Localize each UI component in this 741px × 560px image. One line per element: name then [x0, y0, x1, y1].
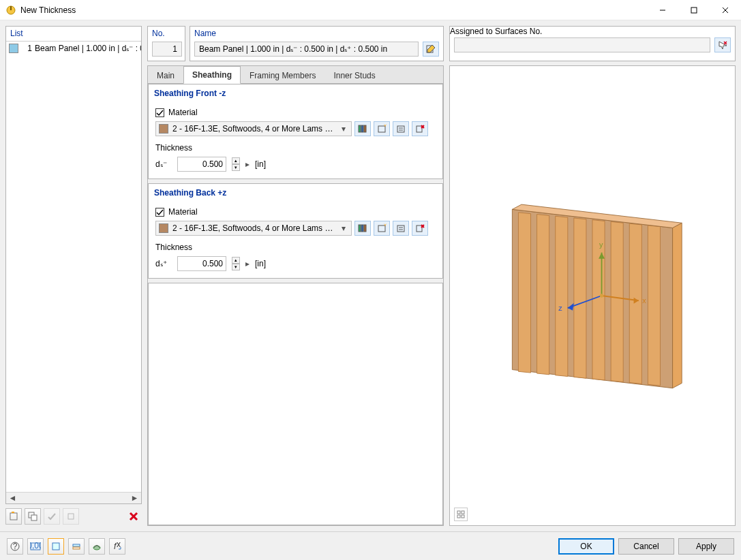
- front-material-library-button[interactable]: [354, 121, 371, 136]
- sheathing-back-title: Sheathing Back +z: [149, 184, 442, 200]
- front-material-edit-button[interactable]: [393, 121, 409, 136]
- front-material-delete-button[interactable]: [412, 121, 428, 136]
- move-item-button: [63, 508, 79, 525]
- svg-text:0,00: 0,00: [30, 542, 41, 550]
- function-button[interactable]: fx: [109, 538, 125, 555]
- svg-rect-15: [361, 125, 363, 132]
- svg-rect-9: [31, 515, 37, 520]
- new-item-button[interactable]: [5, 508, 22, 525]
- front-material-select[interactable]: 2 - 16F-1.3E, Softwoods, 4 or More Lams …: [155, 121, 352, 136]
- front-thickness-spinner[interactable]: ▴▾: [232, 157, 240, 171]
- front-thickness-input[interactable]: 0.500: [177, 157, 226, 172]
- svg-rect-27: [364, 225, 366, 232]
- step-up-icon[interactable]: ▸: [245, 159, 249, 169]
- svg-text:?: ?: [13, 542, 18, 551]
- assigned-input[interactable]: [454, 37, 710, 52]
- maximize-button[interactable]: [678, 0, 710, 20]
- preview-3d[interactable]: x y z: [449, 65, 736, 526]
- svg-rect-33: [417, 225, 422, 232]
- ok-button[interactable]: OK: [558, 538, 614, 555]
- svg-rect-64: [52, 543, 59, 550]
- svg-marker-44: [611, 221, 623, 382]
- left-panel: List 1 Beam Panel | 1.000 in | dₛ⁻ : 0.5…: [5, 26, 142, 526]
- back-material-library-button[interactable]: [354, 221, 371, 236]
- help-button[interactable]: ?: [7, 538, 23, 555]
- sheathing-front-title: Sheathing Front -z: [149, 84, 442, 101]
- front-material-checkbox[interactable]: [155, 108, 164, 117]
- name-input[interactable]: Beam Panel | 1.000 in | dₛ⁻ : 0.500 in |…: [194, 42, 419, 57]
- preview-options-button[interactable]: [454, 508, 468, 521]
- edit-name-button[interactable]: [423, 42, 439, 57]
- axis-y-label: y: [599, 240, 603, 249]
- front-thickness-label: Thickness: [155, 143, 436, 153]
- front-material-label: Material: [168, 108, 198, 117]
- sheathing-front-group: Sheathing Front -z Material 2 - 16F-1.3E…: [148, 84, 443, 179]
- svg-rect-57: [462, 511, 464, 514]
- view-button[interactable]: [48, 538, 64, 555]
- back-material-checkbox[interactable]: [155, 208, 164, 217]
- sheathing-back-group: Sheathing Back +z Material 2 - 16F-1.3E,…: [148, 183, 443, 279]
- list-item[interactable]: 1 Beam Panel | 1.000 in | dₛ⁻ : 0.50: [6, 42, 141, 55]
- number-group: No.: [147, 26, 185, 61]
- render-button[interactable]: [89, 538, 105, 555]
- copy-item-button[interactable]: [25, 508, 41, 525]
- svg-rect-26: [361, 225, 363, 232]
- svg-rect-28: [378, 225, 385, 232]
- svg-rect-65: [73, 544, 80, 546]
- assigned-group: Assigned to Surfaces No.: [449, 26, 736, 61]
- back-material-edit-button[interactable]: [393, 221, 409, 236]
- list-header: List: [6, 27, 141, 42]
- back-thickness-label: Thickness: [155, 243, 436, 252]
- svg-rect-66: [73, 547, 80, 549]
- titlebar: New Thickness: [0, 0, 741, 20]
- front-thickness-symbol: dₛ⁻: [155, 159, 172, 169]
- axis-z-label: z: [558, 304, 562, 312]
- layers-button[interactable]: [68, 538, 85, 555]
- tab-main[interactable]: Main: [148, 67, 183, 84]
- list-item-text: Beam Panel | 1.000 in | dₛ⁻ : 0.50: [35, 44, 141, 53]
- back-material-delete-button[interactable]: [412, 221, 428, 236]
- number-input[interactable]: [152, 42, 182, 57]
- tab-strip: Main Sheathing Framing Members Inner Stu…: [148, 66, 443, 84]
- scroll-left-icon[interactable]: ◄: [7, 494, 18, 503]
- back-thickness-spinner[interactable]: ▴▾: [232, 257, 240, 270]
- back-material-label: Material: [168, 207, 198, 217]
- chevron-down-icon: ▾: [339, 124, 348, 134]
- svg-rect-19: [397, 126, 404, 132]
- pick-surface-button[interactable]: [714, 37, 731, 52]
- minimize-button[interactable]: [647, 0, 678, 20]
- scroll-right-icon[interactable]: ►: [130, 494, 140, 503]
- empty-group: [148, 283, 443, 525]
- apply-button[interactable]: Apply: [678, 538, 734, 555]
- back-thickness-input[interactable]: 0.500: [177, 256, 226, 271]
- assigned-label: Assigned to Surfaces No.: [450, 27, 735, 36]
- chevron-down-icon: ▾: [339, 223, 348, 233]
- tab-inner-studs[interactable]: Inner Studs: [324, 67, 384, 84]
- back-material-select[interactable]: 2 - 16F-1.3E, Softwoods, 4 or More Lams …: [155, 221, 352, 236]
- back-thickness-unit: [in]: [255, 259, 266, 268]
- svg-marker-39: [518, 213, 530, 373]
- front-material-new-button[interactable]: [374, 121, 390, 136]
- svg-rect-22: [417, 126, 422, 132]
- svg-marker-46: [648, 225, 660, 386]
- material-swatch-icon: [159, 223, 168, 233]
- svg-rect-17: [378, 126, 385, 132]
- tab-sheathing[interactable]: Sheathing: [183, 66, 241, 84]
- tab-framing-members[interactable]: Framing Members: [241, 67, 324, 84]
- back-material-new-button[interactable]: [374, 221, 390, 236]
- svg-rect-58: [457, 515, 460, 518]
- close-button[interactable]: [710, 0, 741, 20]
- svg-rect-25: [359, 225, 361, 232]
- cancel-button[interactable]: Cancel: [618, 538, 674, 555]
- list-item-swatch: [9, 44, 18, 53]
- number-label: No.: [148, 27, 185, 40]
- svg-rect-56: [457, 511, 460, 514]
- delete-item-button[interactable]: [125, 508, 142, 525]
- step-up-icon[interactable]: ▸: [245, 259, 249, 268]
- units-button[interactable]: 0,00: [27, 538, 44, 555]
- material-swatch-icon: [159, 124, 168, 134]
- svg-marker-47: [673, 223, 682, 388]
- svg-rect-14: [359, 125, 361, 132]
- bottom-toolbar: ? 0,00 fx OK Cancel Apply: [0, 531, 741, 560]
- list-horizontal-scrollbar[interactable]: ◄ ►: [6, 492, 141, 503]
